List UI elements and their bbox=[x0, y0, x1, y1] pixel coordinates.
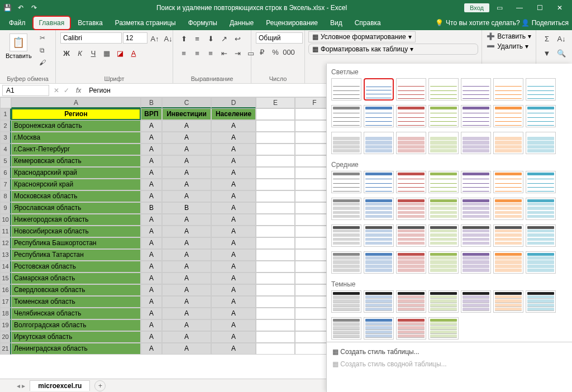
table-style-swatch[interactable] bbox=[396, 224, 426, 247]
cell[interactable]: A bbox=[162, 144, 211, 155]
cell[interactable]: Регион bbox=[11, 108, 141, 120]
font-family-combo[interactable] bbox=[60, 32, 122, 44]
table-style-swatch[interactable] bbox=[396, 290, 426, 313]
close-icon[interactable]: ✕ bbox=[554, 4, 565, 12]
find-icon[interactable]: 🔍 bbox=[555, 47, 568, 59]
cell[interactable] bbox=[256, 226, 295, 237]
table-style-swatch[interactable] bbox=[461, 171, 491, 193]
cell[interactable] bbox=[256, 120, 295, 132]
cell[interactable]: A bbox=[211, 249, 256, 261]
table-style-swatch[interactable] bbox=[493, 224, 523, 247]
cell[interactable]: A bbox=[211, 190, 256, 202]
save-icon[interactable]: 💾 bbox=[2, 3, 12, 13]
cell[interactable]: A bbox=[162, 226, 211, 237]
cell[interactable]: A bbox=[141, 308, 162, 319]
cell[interactable]: A bbox=[162, 155, 211, 167]
align-center-icon[interactable]: ≡ bbox=[191, 47, 203, 59]
currency-icon[interactable]: ₽ bbox=[256, 46, 268, 58]
cell[interactable]: A bbox=[162, 190, 211, 202]
cell[interactable]: A bbox=[211, 284, 256, 296]
table-style-swatch[interactable] bbox=[364, 78, 394, 101]
table-style-swatch[interactable] bbox=[396, 251, 426, 274]
row-header[interactable]: 3 bbox=[0, 132, 11, 144]
cell[interactable]: A bbox=[141, 214, 162, 226]
row-header[interactable]: 18 bbox=[0, 308, 11, 319]
format-as-table-button[interactable]: ▦ Форматировать как таблицу ▾ bbox=[308, 44, 478, 55]
share-button[interactable]: 👤 Поделиться bbox=[521, 19, 569, 27]
row-header[interactable]: 5 bbox=[0, 155, 11, 167]
table-style-swatch[interactable] bbox=[526, 105, 556, 127]
row-header[interactable]: 8 bbox=[0, 190, 11, 202]
cell[interactable]: A bbox=[162, 179, 211, 190]
table-style-swatch[interactable] bbox=[428, 105, 459, 127]
tab-layout[interactable]: Разметка страницы bbox=[109, 17, 182, 29]
row-header[interactable]: 17 bbox=[0, 296, 11, 308]
table-style-swatch[interactable] bbox=[526, 78, 556, 101]
table-style-swatch[interactable] bbox=[493, 171, 523, 193]
cell[interactable]: A bbox=[141, 237, 162, 249]
cell[interactable]: A bbox=[162, 261, 211, 273]
table-style-swatch[interactable] bbox=[493, 132, 523, 154]
col-header[interactable]: B bbox=[141, 97, 162, 108]
border-icon[interactable]: ▦ bbox=[101, 47, 113, 59]
row-header[interactable]: 15 bbox=[0, 273, 11, 284]
autosum-icon[interactable]: Σ bbox=[541, 32, 553, 45]
cell[interactable]: A bbox=[162, 273, 211, 284]
table-style-swatch[interactable] bbox=[364, 198, 394, 220]
table-style-swatch[interactable] bbox=[331, 132, 361, 154]
cut-icon[interactable]: ✂ bbox=[36, 32, 49, 44]
cell[interactable]: Инвестиции bbox=[162, 108, 211, 120]
col-header[interactable]: C bbox=[162, 97, 211, 108]
cell[interactable]: A bbox=[141, 343, 162, 355]
row-header[interactable]: 21 bbox=[0, 343, 11, 355]
cell[interactable]: A bbox=[211, 296, 256, 308]
cell[interactable]: A bbox=[141, 190, 162, 202]
cell[interactable] bbox=[256, 308, 295, 319]
table-style-swatch[interactable] bbox=[526, 171, 556, 193]
tab-insert[interactable]: Вставка bbox=[72, 17, 108, 29]
table-style-swatch[interactable] bbox=[396, 105, 426, 127]
tab-data[interactable]: Данные bbox=[224, 17, 259, 29]
table-style-swatch[interactable] bbox=[331, 224, 361, 247]
cell[interactable]: A bbox=[141, 261, 162, 273]
table-style-swatch[interactable] bbox=[526, 224, 556, 247]
new-table-style[interactable]: ▦ Создать стиль таблицы... bbox=[332, 346, 566, 358]
table-style-swatch[interactable] bbox=[461, 105, 491, 127]
cell[interactable]: A bbox=[141, 120, 162, 132]
redo-icon[interactable]: ↷ bbox=[29, 3, 39, 13]
cell[interactable]: A bbox=[211, 202, 256, 214]
row-header[interactable]: 4 bbox=[0, 144, 11, 155]
cell[interactable]: Новосибирская область bbox=[11, 226, 141, 237]
table-style-swatch[interactable] bbox=[331, 251, 361, 274]
tab-home[interactable]: Главная bbox=[32, 16, 72, 30]
table-style-swatch[interactable] bbox=[428, 317, 459, 340]
cell[interactable]: A bbox=[162, 132, 211, 144]
cell[interactable]: г.Москва bbox=[11, 132, 141, 144]
cell[interactable] bbox=[256, 249, 295, 261]
table-style-swatch[interactable] bbox=[364, 251, 394, 274]
cell[interactable] bbox=[256, 261, 295, 273]
table-style-swatch[interactable] bbox=[428, 290, 459, 313]
sheet-tab[interactable]: microexcel.ru bbox=[30, 380, 90, 391]
tab-review[interactable]: Рецензирование bbox=[260, 17, 323, 29]
cell[interactable]: A bbox=[211, 132, 256, 144]
table-style-swatch[interactable] bbox=[493, 290, 523, 313]
tab-file[interactable]: Файл bbox=[3, 17, 31, 29]
table-style-swatch[interactable] bbox=[493, 198, 523, 220]
table-style-swatch[interactable] bbox=[428, 224, 459, 247]
table-style-swatch[interactable] bbox=[428, 78, 459, 101]
align-left-icon[interactable]: ≡ bbox=[178, 47, 190, 59]
table-style-swatch[interactable] bbox=[461, 251, 491, 274]
undo-icon[interactable]: ↶ bbox=[16, 3, 26, 13]
cell[interactable]: Население bbox=[211, 108, 256, 120]
col-header[interactable]: A bbox=[11, 97, 141, 108]
cell[interactable]: A bbox=[141, 167, 162, 179]
table-style-swatch[interactable] bbox=[331, 198, 361, 220]
minimize-icon[interactable]: — bbox=[514, 4, 525, 12]
cell[interactable]: A bbox=[211, 155, 256, 167]
table-style-swatch[interactable] bbox=[493, 105, 523, 127]
cell[interactable]: A bbox=[211, 144, 256, 155]
row-header[interactable]: 2 bbox=[0, 120, 11, 132]
indent-inc-icon[interactable]: ⇥ bbox=[231, 47, 244, 59]
cell[interactable]: A bbox=[162, 308, 211, 319]
